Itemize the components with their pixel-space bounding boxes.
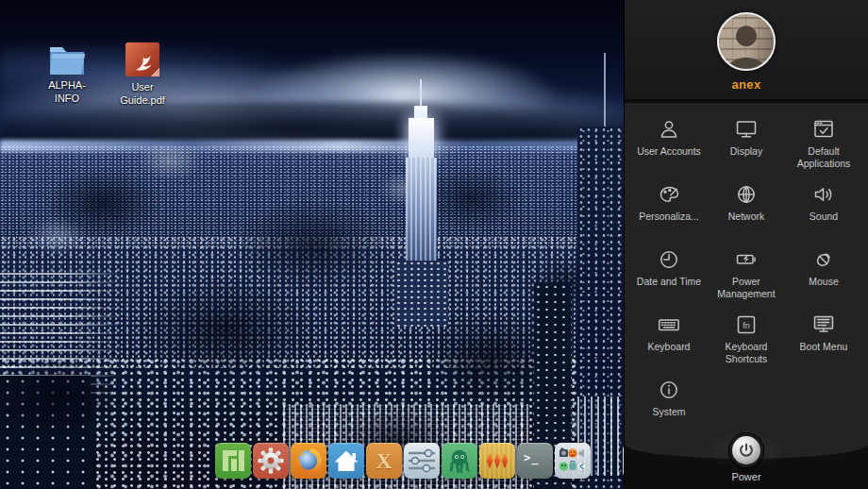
manjaro-icon [215, 443, 251, 479]
mixer-sliders-icon [404, 443, 440, 479]
fn-text: fn [743, 321, 750, 330]
desktop-icon-label: ALPHA-INFO [39, 78, 95, 105]
dock-item-octopi[interactable] [442, 443, 477, 479]
folder-icon [46, 43, 88, 76]
panel-item-keyboard-shortcuts[interactable]: fn Keyboard Shortcuts [708, 312, 785, 377]
dock-item-firefox[interactable] [291, 443, 326, 479]
power-management-icon [734, 246, 759, 272]
dock-item-tray-group[interactable] [555, 443, 591, 479]
audio-peaks-icon [479, 443, 515, 479]
power-icon [736, 440, 757, 461]
dock: X [215, 443, 659, 479]
panel-item-date-time[interactable]: Date and Time [630, 246, 708, 312]
dock-item-file-manager[interactable] [328, 443, 364, 479]
personalization-icon [657, 181, 681, 207]
x-app-icon: X [366, 443, 402, 479]
desktop-icon-pdf[interactable]: User Guide.pdf [108, 42, 177, 107]
octopus-icon [442, 443, 477, 479]
dock-item-terminal[interactable]: >_ [517, 443, 553, 479]
user-avatar[interactable] [717, 12, 776, 71]
keyboard-shortcuts-icon: fn [734, 312, 759, 337]
settings-panel: anex User Accounts Display [624, 0, 868, 489]
user-accounts-icon [657, 116, 681, 142]
mouse-icon [811, 246, 836, 272]
panel-item-display[interactable]: Display [708, 116, 785, 181]
default-applications-icon [811, 116, 836, 142]
panel-item-personalization[interactable]: Personaliza... [630, 181, 708, 246]
panel-item-keyboard[interactable]: Keyboard [630, 312, 708, 377]
dock-item-mixer[interactable] [404, 443, 440, 479]
desktop-screen: ALPHA-INFO User Guide.pdf [0, 0, 868, 489]
panel-main: User Accounts Display Default Applicatio… [625, 103, 868, 459]
dock-item-media[interactable] [479, 443, 515, 479]
dock-item-settings[interactable] [253, 443, 289, 479]
desktop-icon-folder[interactable]: ALPHA-INFO [32, 43, 102, 105]
panel-item-network[interactable]: Network [708, 181, 785, 246]
network-icon [734, 181, 759, 207]
home-icon [328, 443, 364, 479]
power-label: Power [625, 471, 868, 482]
boot-menu-icon [811, 312, 836, 337]
panel-item-power-management[interactable]: Power Management [708, 246, 785, 312]
panel-item-user-accounts[interactable]: User Accounts [630, 116, 708, 181]
panel-item-sound[interactable]: Sound [785, 181, 862, 246]
panel-item-default-applications[interactable]: Default Applications [785, 116, 862, 181]
panel-header: anex [625, 0, 868, 101]
empire-state-building [409, 118, 434, 160]
sound-icon [811, 181, 836, 207]
settings-gear-icon [253, 443, 289, 479]
settings-grid: User Accounts Display Default Applicatio… [625, 103, 868, 442]
dock-item-x-app[interactable]: X [366, 443, 402, 479]
terminal-icon: >_ [524, 451, 539, 464]
date-time-icon [657, 246, 681, 272]
pdf-icon [125, 42, 160, 77]
dock-item-manjaro[interactable] [215, 443, 251, 479]
username: anex [625, 77, 868, 92]
power-button[interactable] [729, 433, 763, 467]
panel-item-boot-menu[interactable]: Boot Menu [785, 312, 862, 377]
keyboard-icon [657, 312, 681, 337]
tray-group-icon [555, 443, 591, 479]
panel-item-mouse[interactable]: Mouse [785, 246, 862, 312]
display-icon [734, 116, 759, 142]
system-info-icon [657, 377, 681, 402]
desktop-icon-label: User Guide.pdf [114, 80, 171, 107]
firefox-icon [291, 443, 326, 479]
